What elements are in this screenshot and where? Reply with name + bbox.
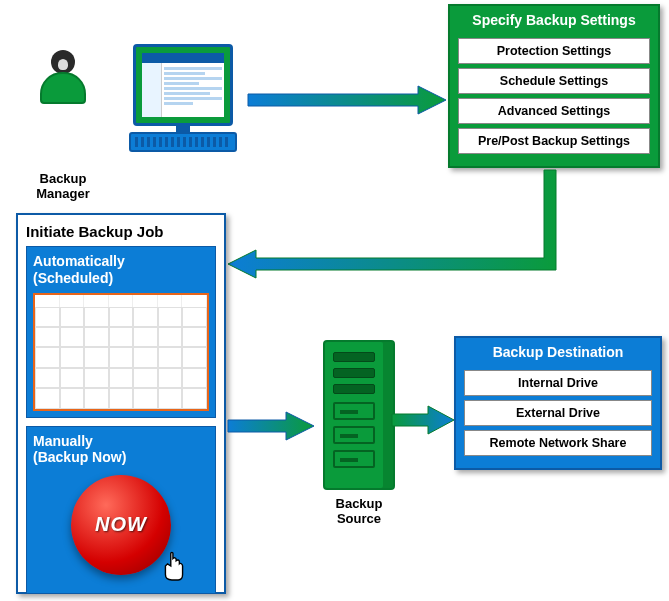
arrow-to-source (228, 412, 316, 440)
calendar-icon (33, 293, 209, 411)
initiate-backup-job: Initiate Backup Job Automatically (Sched… (16, 213, 226, 594)
option-protection: Protection Settings (458, 38, 650, 64)
destination-title: Backup Destination (464, 342, 652, 366)
cursor-icon (161, 551, 187, 581)
backup-manager: Backup Manager (28, 50, 98, 202)
manager-label: Backup Manager (28, 172, 98, 202)
arrow-to-initiate (226, 170, 566, 290)
backup-destination: Backup Destination Internal Drive Extern… (454, 336, 662, 470)
now-button-icon: NOW (71, 475, 171, 575)
specify-backup-settings: Specify Backup Settings Protection Setti… (448, 4, 660, 168)
manual-label: Manually (Backup Now) (33, 433, 209, 467)
manual-backup-card: Manually (Backup Now) NOW (26, 426, 216, 594)
option-internal-drive: Internal Drive (464, 370, 652, 396)
server-icon (323, 340, 395, 490)
auto-scheduled-card: Automatically (Scheduled) (26, 246, 216, 418)
backup-flow-diagram: Backup Manager Specify (0, 0, 669, 601)
settings-title: Specify Backup Settings (458, 10, 650, 34)
option-external-drive: External Drive (464, 400, 652, 426)
option-schedule: Schedule Settings (458, 68, 650, 94)
source-label: Backup Source (314, 496, 404, 526)
now-text: NOW (95, 513, 147, 536)
backup-source: Backup Source (314, 340, 404, 526)
option-prepost: Pre/Post Backup Settings (458, 128, 650, 154)
arrow-to-destination (392, 406, 456, 434)
auto-label: Automatically (Scheduled) (33, 253, 209, 287)
arrow-to-settings (248, 86, 448, 114)
computer-icon (128, 44, 238, 152)
option-advanced: Advanced Settings (458, 98, 650, 124)
person-icon (38, 50, 88, 110)
option-remote-share: Remote Network Share (464, 430, 652, 456)
initiate-title: Initiate Backup Job (26, 221, 216, 246)
